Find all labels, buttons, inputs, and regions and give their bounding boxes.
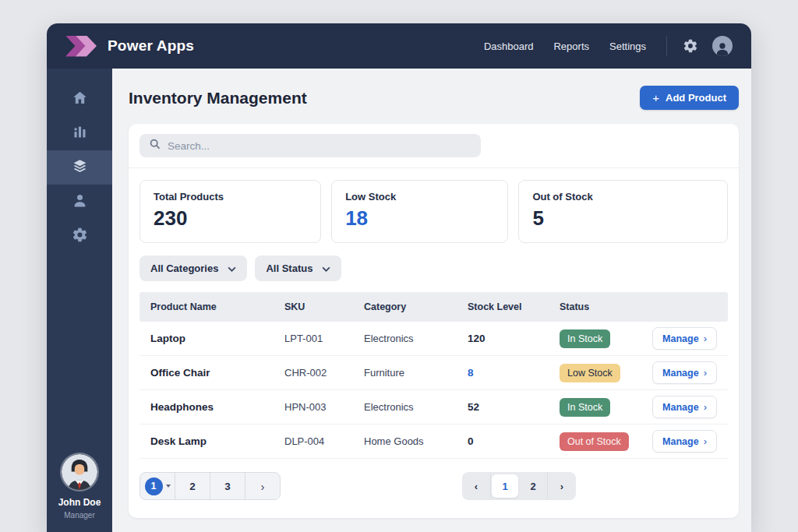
page-button-2[interactable]: 2 <box>175 473 210 499</box>
product-sku: HPN-003 <box>284 401 364 413</box>
categories-filter-label: All Categories <box>150 262 218 274</box>
table-row: Desk Lamp DLP-004 Home Goods 0 Out of St… <box>139 425 728 459</box>
product-sku: LPT-001 <box>284 333 364 344</box>
search-placeholder: Search... <box>168 140 210 152</box>
product-category: Home Goods <box>364 435 468 447</box>
stat-value: 5 <box>532 206 714 231</box>
home-icon <box>72 90 88 109</box>
user-icon <box>72 192 88 212</box>
status-cell: In Stock <box>560 398 639 417</box>
sidebar-user-card[interactable]: John Doe Manager <box>47 454 112 532</box>
action-cell: Manage› <box>639 361 717 384</box>
layers-icon <box>72 158 88 178</box>
page-header: Inventory Management + Add Product <box>112 69 751 124</box>
status-filter-dropdown[interactable]: All Status <box>255 255 341 281</box>
manage-button[interactable]: Manage› <box>652 396 717 418</box>
column-header-sku: SKU <box>284 301 364 312</box>
page-button-1-active[interactable]: 1 <box>140 473 175 499</box>
user-name: John Doe <box>58 497 101 508</box>
product-name: Headphones <box>150 401 284 413</box>
power-apps-logo: Power Apps <box>65 36 194 57</box>
sidebar-item-home[interactable] <box>47 82 112 116</box>
sidebar-item-users[interactable] <box>47 185 112 219</box>
add-product-label: Add Product <box>666 92 726 104</box>
chevron-right-icon: › <box>704 367 707 379</box>
status-cell: Low Stock <box>560 364 639 382</box>
pagination-group-left: 1 2 3 › <box>139 472 281 500</box>
pagination-row: 1 2 3 › ‹ 1 2 › <box>129 459 739 518</box>
navbar-divider <box>666 36 667 56</box>
brand-name: Power Apps <box>108 37 194 55</box>
prev-page-button[interactable]: ‹ <box>462 472 491 500</box>
stat-label: Total Products <box>154 191 307 203</box>
page-button-1-active[interactable]: 1 <box>492 474 518 498</box>
stat-value: 230 <box>154 206 307 231</box>
product-name: Laptop <box>150 333 284 344</box>
categories-filter-dropdown[interactable]: All Categories <box>139 255 247 281</box>
main-content: Inventory Management + Add Product Searc… <box>112 69 751 532</box>
status-badge: In Stock <box>560 398 610 417</box>
product-name: Desk Lamp <box>150 435 284 447</box>
manage-label: Manage <box>662 436 699 447</box>
stock-level: 8 <box>468 367 560 379</box>
action-cell: Manage› <box>639 327 717 350</box>
status-badge: In Stock <box>560 329 610 348</box>
stock-level: 0 <box>468 435 560 447</box>
pagination-group-right: ‹ 1 2 › <box>462 472 576 500</box>
plus-icon: + <box>652 92 659 104</box>
nav-link-dashboard[interactable]: Dashboard <box>484 41 534 52</box>
active-page-indicator: 1 <box>145 477 163 495</box>
product-category: Furniture <box>364 367 468 379</box>
stat-label: Out of Stock <box>532 191 714 203</box>
stat-card-out-of-stock: Out of Stock 5 <box>518 180 728 243</box>
manage-label: Manage <box>662 402 699 413</box>
filters-row: All Categories All Status <box>129 253 739 292</box>
products-table: Product Name SKU Category Stock Level St… <box>139 292 728 459</box>
manage-button[interactable]: Manage› <box>652 361 717 384</box>
status-badge: Low Stock <box>560 364 620 382</box>
chevron-right-icon: › <box>704 401 707 413</box>
search-section: Search... <box>129 124 739 168</box>
status-badge: Out of Stock <box>560 432 629 451</box>
search-icon <box>150 139 161 153</box>
content-panel: Search... Total Products 230 Low Stock 1… <box>129 124 739 518</box>
status-filter-label: All Status <box>266 262 312 274</box>
user-avatar-icon[interactable] <box>712 36 733 56</box>
stat-card-low-stock: Low Stock 18 <box>331 180 508 243</box>
stock-level: 52 <box>468 401 560 413</box>
stats-row: Total Products 230 Low Stock 18 Out of S… <box>129 168 739 253</box>
add-product-button[interactable]: + Add Product <box>640 86 739 110</box>
chevron-right-icon: › <box>704 333 707 344</box>
page-title: Inventory Management <box>129 89 307 107</box>
caret-down-icon <box>166 484 171 488</box>
status-cell: Out of Stock <box>560 432 639 451</box>
navbar-right: Dashboard Reports Settings <box>464 36 733 56</box>
stat-card-total-products: Total Products 230 <box>139 180 321 243</box>
page-button-3[interactable]: 3 <box>210 473 245 499</box>
nav-link-reports[interactable]: Reports <box>553 41 589 52</box>
manage-button[interactable]: Manage› <box>652 327 717 350</box>
nav-link-settings[interactable]: Settings <box>609 41 646 52</box>
column-header-status: Status <box>560 301 639 312</box>
table-row: Headphones HPN-003 Electronics 52 In Sto… <box>139 390 728 425</box>
manage-button[interactable]: Manage› <box>652 430 717 453</box>
page-button-2[interactable]: 2 <box>519 472 548 500</box>
manage-label: Manage <box>662 333 699 344</box>
product-sku: DLP-004 <box>284 435 364 447</box>
table-row: Laptop LPT-001 Electronics 120 In Stock … <box>139 322 728 356</box>
gear-icon[interactable] <box>683 38 698 54</box>
sidebar-item-settings[interactable] <box>47 219 112 253</box>
sidebar: John Doe Manager <box>47 69 112 532</box>
chevron-right-icon: › <box>704 435 707 447</box>
search-input[interactable]: Search... <box>139 134 481 157</box>
product-sku: CHR-002 <box>284 367 364 379</box>
next-page-button[interactable]: › <box>245 473 280 499</box>
sidebar-item-inventory[interactable] <box>47 150 112 185</box>
sidebar-item-analytics[interactable] <box>47 116 112 150</box>
action-cell: Manage› <box>639 396 717 418</box>
user-profile-photo <box>62 454 97 490</box>
next-page-button[interactable]: › <box>548 472 576 500</box>
column-header-stock-level: Stock Level <box>468 301 560 312</box>
top-navbar: Power Apps Dashboard Reports Settings <box>47 23 751 69</box>
product-category: Electronics <box>364 401 468 413</box>
